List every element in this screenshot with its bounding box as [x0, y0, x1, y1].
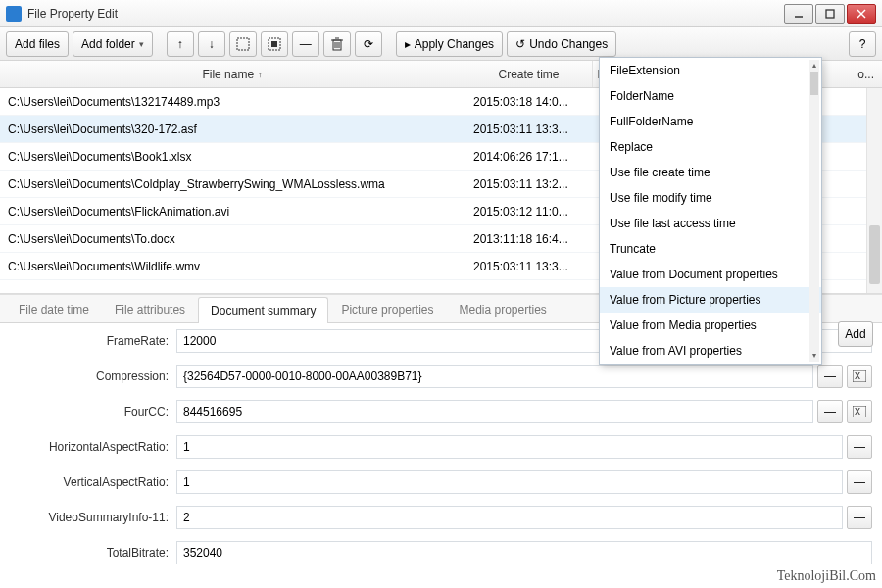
- close-button[interactable]: [847, 4, 876, 24]
- add-files-button[interactable]: Add files: [6, 31, 69, 57]
- variable-button[interactable]: x: [847, 365, 872, 388]
- svg-text:x: x: [855, 406, 860, 417]
- variable-button[interactable]: x: [847, 400, 872, 423]
- sort-asc-icon: ↑: [258, 70, 263, 79]
- cell-file-name: C:\Users\lei\Documents\FlickAnimation.av…: [0, 205, 466, 219]
- svg-rect-4: [237, 38, 249, 50]
- property-label: FourCC:: [0, 405, 176, 418]
- property-label: Compression:: [0, 369, 176, 383]
- help-icon: ?: [859, 37, 866, 51]
- cell-file-name: C:\Users\lei\Documents\Coldplay_Strawber…: [0, 177, 466, 191]
- svg-rect-1: [826, 10, 834, 18]
- minus-icon: —: [824, 405, 836, 418]
- refresh-icon: ⟳: [364, 37, 373, 51]
- cell-file-name: C:\Users\lei\Documents\Book1.xlsx: [0, 150, 466, 164]
- cell-create-time: 2015:03:11 13:2...: [466, 177, 593, 191]
- invert-select-button[interactable]: [261, 31, 288, 57]
- remove-property-button[interactable]: —: [817, 365, 843, 388]
- undo-changes-button[interactable]: ↺Undo Changes: [507, 31, 616, 57]
- menu-item[interactable]: Use file create time: [600, 160, 821, 185]
- property-row: TotalBitrate:352040: [0, 535, 882, 570]
- tab-document-summary[interactable]: Document summary: [198, 297, 328, 323]
- remove-property-button[interactable]: —: [847, 435, 872, 459]
- scrollbar-thumb[interactable]: [869, 225, 880, 284]
- cell-create-time: 2013:11:18 16:4...: [466, 232, 593, 246]
- col-file-name[interactable]: File name↑: [0, 61, 466, 87]
- property-row: FourCC:844516695—x: [0, 394, 882, 429]
- undo-icon: ↺: [515, 37, 525, 51]
- minus-icon: —: [854, 511, 865, 524]
- add-folder-button[interactable]: Add folder▾: [73, 31, 153, 57]
- move-down-button[interactable]: ↓: [198, 31, 225, 57]
- minimize-button[interactable]: [784, 4, 813, 24]
- menu-item[interactable]: FileExtension: [600, 58, 821, 83]
- remove-property-button[interactable]: —: [847, 506, 872, 529]
- apply-changes-button[interactable]: ▸Apply Changes: [396, 31, 503, 57]
- remove-button[interactable]: —: [292, 31, 319, 57]
- minus-icon: —: [300, 37, 312, 51]
- help-button[interactable]: ?: [849, 31, 876, 57]
- menu-item[interactable]: FullFolderName: [600, 109, 821, 134]
- property-value-input[interactable]: 352040: [176, 541, 872, 564]
- cell-create-time: 2015:03:12 11:0...: [466, 205, 593, 219]
- property-row: VideoSummaryInfo-11:2—: [0, 500, 882, 535]
- menu-scrollbar[interactable]: ▴ ▾: [809, 60, 819, 362]
- variable-icon: x: [853, 370, 866, 382]
- cell-file-name: C:\Users\lei\Documents\Wildlife.wmv: [0, 260, 466, 273]
- value-source-menu: ▴ ▾ FileExtensionFolderNameFullFolderNam…: [599, 57, 822, 365]
- minus-icon: —: [824, 369, 836, 383]
- remove-property-button[interactable]: —: [847, 470, 872, 494]
- arrow-down-icon: ↓: [209, 37, 215, 51]
- property-row: VerticalAspectRatio:1—: [0, 465, 882, 500]
- trash-icon: [331, 37, 343, 51]
- col-create-time[interactable]: Create time: [466, 61, 593, 87]
- menu-item[interactable]: Use file modify time: [600, 185, 821, 211]
- menu-item[interactable]: FolderName: [600, 83, 821, 109]
- property-label: VideoSummaryInfo-11:: [0, 511, 176, 524]
- menu-item[interactable]: Replace: [600, 134, 821, 160]
- tab-picture-properties[interactable]: Picture properties: [328, 296, 446, 322]
- property-row: HorizontalAspectRatio:1—: [0, 429, 882, 465]
- menu-item[interactable]: Use file last access time: [600, 211, 821, 236]
- cell-create-time: 2015:03:11 13:3...: [466, 260, 593, 273]
- cell-file-name: C:\Users\lei\Documents\To.docx: [0, 232, 466, 246]
- chevron-down-icon: ▾: [139, 39, 144, 49]
- move-up-button[interactable]: ↑: [167, 31, 194, 57]
- delete-button[interactable]: [323, 31, 351, 57]
- add-property-button[interactable]: Add: [838, 321, 873, 347]
- arrow-up-icon: ↑: [177, 37, 183, 51]
- menu-item[interactable]: Value from AVI properties: [600, 338, 821, 364]
- toolbar: Add files Add folder▾ ↑ ↓ — ⟳ ▸Apply Cha…: [0, 27, 882, 61]
- refresh-button[interactable]: ⟳: [355, 31, 382, 57]
- menu-item[interactable]: Value from Picture properties: [600, 287, 821, 313]
- vertical-scrollbar[interactable]: [866, 88, 882, 293]
- select-all-button[interactable]: [229, 31, 257, 57]
- app-icon: [6, 6, 22, 22]
- property-value-input[interactable]: 844516695: [176, 400, 813, 423]
- invert-icon: [268, 37, 281, 51]
- watermark: TeknolojiBil.Com: [777, 568, 876, 584]
- property-value-input[interactable]: 1: [176, 435, 843, 459]
- cell-create-time: 2015:03:11 13:3...: [466, 122, 593, 136]
- variable-icon: x: [853, 406, 866, 417]
- property-label: TotalBitrate:: [0, 546, 176, 560]
- property-value-input[interactable]: 2: [176, 506, 843, 529]
- window-title: File Property Edit: [27, 7, 782, 21]
- svg-text:x: x: [855, 370, 860, 382]
- scroll-down-icon[interactable]: ▾: [810, 351, 818, 361]
- tab-media-properties[interactable]: Media properties: [446, 296, 559, 322]
- tab-file-date-time[interactable]: File date time: [6, 296, 102, 322]
- menu-scroll-thumb[interactable]: [810, 72, 818, 95]
- svg-rect-6: [271, 41, 277, 47]
- select-all-icon: [236, 37, 250, 51]
- scroll-up-icon[interactable]: ▴: [810, 61, 818, 71]
- tab-file-attributes[interactable]: File attributes: [102, 296, 198, 322]
- menu-item[interactable]: Value from Document properties: [600, 262, 821, 287]
- minus-icon: —: [854, 475, 865, 489]
- menu-item[interactable]: Value from Media properties: [600, 313, 821, 338]
- property-value-input[interactable]: 1: [176, 470, 843, 494]
- menu-item[interactable]: Truncate: [600, 236, 821, 262]
- property-value-input[interactable]: {32564D57-0000-0010-8000-00AA00389B71}: [176, 365, 813, 388]
- maximize-button[interactable]: [815, 4, 845, 24]
- remove-property-button[interactable]: —: [817, 400, 843, 423]
